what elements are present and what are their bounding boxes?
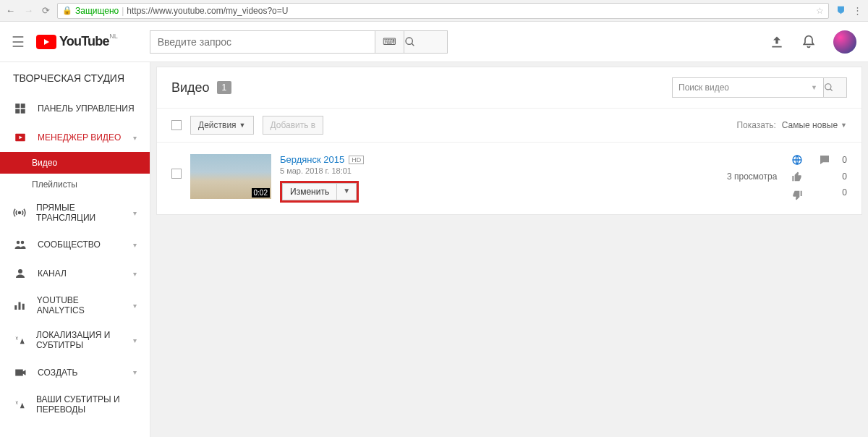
edit-button[interactable]: Изменить [282, 183, 337, 200]
keyboard-icon[interactable]: ⌨ [375, 30, 404, 54]
video-views: 3 просмотра [727, 171, 777, 182]
chevron-down-icon: ▼ [811, 84, 817, 91]
edit-button-highlight: Изменить ▼ [280, 181, 359, 203]
sidebar-item-community[interactable]: СООБЩЕСТВО ▾ [0, 230, 150, 259]
live-icon [13, 205, 26, 220]
main-content: Видео 1 Поиск видео ▼ Действия ▼ [150, 62, 868, 437]
svg-rect-5 [21, 109, 25, 114]
sidebar-title: ТВОРЧЕСКАЯ СТУДИЯ [0, 62, 150, 94]
url-text: https://www.youtube.com/my_videos?o=U [127, 6, 288, 16]
chevron-down-icon: ▾ [133, 368, 137, 376]
sort-dropdown[interactable]: Самые новые ▼ [782, 120, 847, 130]
sidebar-item-dashboard[interactable]: ПАНЕЛЬ УПРАВЛЕНИЯ [0, 94, 150, 123]
video-duration: 0:02 [252, 188, 270, 198]
page-title: Видео [171, 80, 210, 96]
avatar[interactable] [833, 30, 856, 54]
comments-count: 0 [842, 155, 847, 165]
forward-icon: → [24, 5, 33, 16]
sidebar-item-live[interactable]: ПРЯМЫЕ ТРАНСЛЯЦИИ ▾ [0, 195, 150, 230]
video-search-button[interactable] [824, 77, 847, 98]
svg-point-10 [21, 241, 25, 245]
channel-icon [13, 266, 27, 281]
search-input[interactable] [150, 30, 376, 54]
thumbs-up-icon [791, 171, 804, 183]
translate-icon [13, 333, 26, 347]
svg-line-1 [412, 43, 414, 46]
chevron-down-icon: ▾ [133, 302, 137, 310]
yt-header: ☰ YouTube NL ⌨ [0, 22, 868, 62]
hd-badge: HD [349, 156, 364, 164]
globe-icon [791, 154, 804, 166]
browser-chrome: ← → ⟳ 🔒 Защищено | https://www.youtube.c… [0, 0, 868, 22]
video-count-badge: 1 [217, 81, 232, 94]
svg-rect-4 [15, 109, 20, 114]
add-to-button[interactable]: Добавить в [263, 116, 324, 135]
search-button[interactable] [404, 30, 448, 54]
chevron-down-icon: ▾ [133, 336, 137, 344]
back-icon[interactable]: ← [6, 5, 15, 16]
community-icon [13, 237, 27, 252]
likes-count: 0 [842, 171, 847, 182]
edit-dropdown[interactable]: ▼ [337, 183, 357, 200]
reload-icon[interactable]: ⟳ [42, 5, 50, 16]
video-title[interactable]: Бердянск 2015 [280, 154, 344, 165]
svg-point-0 [406, 38, 412, 44]
svg-point-9 [17, 241, 20, 245]
video-row: 0:02 Бердянск 2015 HD 5 мар. 2018 г. 18:… [157, 143, 861, 214]
sidebar-item-translations[interactable]: ЛОКАЛИЗАЦИЯ И СУБТИТРЫ ▾ [0, 323, 150, 358]
sidebar-item-create[interactable]: СОЗДАТЬ ▾ [0, 358, 150, 387]
video-search-input[interactable]: Поиск видео ▼ [672, 77, 824, 98]
sidebar-item-your-subs[interactable]: ВАШИ СУБТИТРЫ И ПЕРЕВОДЫ [0, 387, 150, 423]
svg-point-11 [18, 269, 22, 273]
select-all-checkbox[interactable] [171, 120, 182, 130]
svg-line-16 [830, 89, 833, 91]
actions-button[interactable]: Действия ▼ [190, 116, 254, 135]
sidebar-item-analytics[interactable]: YOUTUBE ANALYTICS ▾ [0, 288, 150, 323]
sidebar: ТВОРЧЕСКАЯ СТУДИЯ ПАНЕЛЬ УПРАВЛЕНИЯ МЕНЕ… [0, 62, 150, 437]
svg-rect-13 [19, 302, 21, 310]
subtitles-icon [13, 397, 26, 412]
bell-icon[interactable] [801, 35, 816, 49]
video-checkbox[interactable] [171, 169, 182, 179]
svg-rect-14 [22, 304, 25, 310]
star-icon[interactable]: ☆ [816, 6, 824, 16]
analytics-icon [13, 298, 27, 313]
show-label: Показать: [736, 120, 775, 130]
svg-rect-12 [15, 305, 17, 310]
dashboard-icon [13, 101, 27, 116]
secure-label: Защищено [75, 6, 119, 16]
sidebar-item-channel[interactable]: КАНАЛ ▾ [0, 259, 150, 288]
search-bar: ⌨ [150, 30, 448, 54]
youtube-logo[interactable]: YouTube NL [36, 34, 109, 49]
chevron-down-icon: ▼ [239, 122, 246, 129]
menu-dots-icon[interactable]: ⋮ [853, 5, 862, 16]
comment-icon [819, 154, 832, 166]
url-bar[interactable]: 🔒 Защищено | https://www.youtube.com/my_… [57, 3, 829, 19]
svg-point-15 [825, 84, 831, 90]
sidebar-item-video-manager[interactable]: МЕНЕДЖЕР ВИДЕО ▾ [0, 123, 150, 152]
create-icon [13, 365, 27, 380]
thumbs-down-icon [791, 189, 804, 200]
video-date: 5 мар. 2018 г. 18:01 [280, 166, 718, 175]
chevron-down-icon: ▾ [133, 270, 137, 278]
chevron-down-icon: ▾ [133, 241, 137, 249]
chevron-down-icon: ▼ [841, 122, 847, 129]
svg-rect-3 [21, 103, 25, 108]
video-thumbnail[interactable]: 0:02 [190, 154, 271, 199]
svg-rect-2 [15, 103, 20, 108]
video-manager-icon [13, 130, 27, 145]
shield-icon[interactable]: ⛊ [836, 5, 846, 16]
sidebar-sub-videos[interactable]: Видео [0, 152, 150, 174]
svg-point-8 [19, 212, 21, 214]
dislikes-count: 0 [842, 187, 847, 198]
sidebar-sub-playlists[interactable]: Плейлисты [0, 174, 150, 195]
chevron-down-icon: ▾ [133, 209, 137, 217]
hamburger-icon[interactable]: ☰ [12, 33, 25, 51]
chevron-down-icon: ▾ [133, 134, 137, 142]
play-icon [36, 35, 56, 49]
upload-icon[interactable] [770, 35, 784, 49]
lock-icon: 🔒 [62, 6, 72, 15]
